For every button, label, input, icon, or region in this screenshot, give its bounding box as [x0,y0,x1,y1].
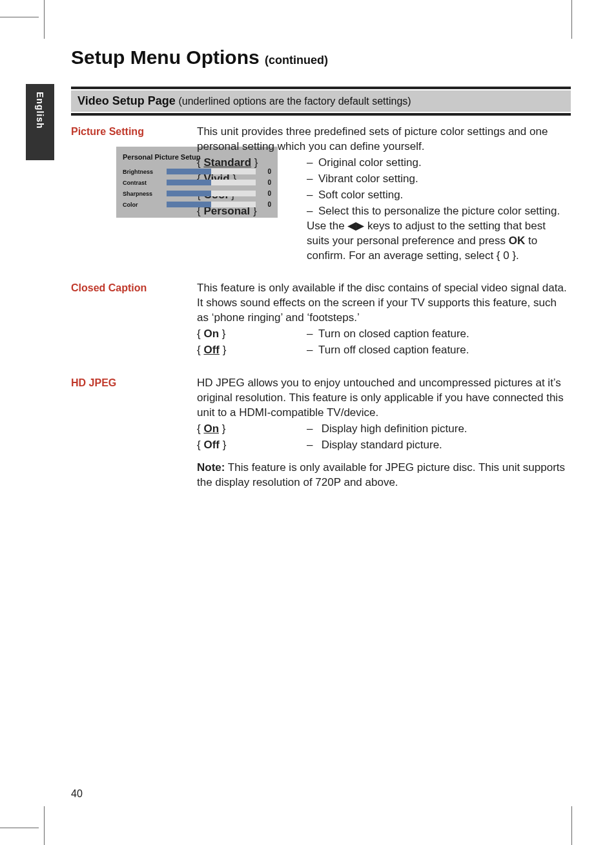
row-picture-setting: Picture Setting Personal Picture Setup B… [71,125,571,263]
slider-label: Color [123,202,167,208]
option-name: Off [203,344,220,356]
option-desc-text: Display standard picture. [322,439,442,451]
content-body: Picture Setting Personal Picture Setup B… [71,125,571,490]
option-desc-text: Vibrant color setting. [318,172,418,185]
row-closed-caption: Closed Caption This feature is only avai… [71,281,571,358]
option-desc: – Display standard picture. [307,438,571,453]
option-desc: –Original color setting. [307,156,571,171]
option-key: { On } [197,327,307,342]
slider-label: Brightness [123,169,167,175]
page-content: Setup Menu Options (continued) Video Set… [0,0,616,845]
title-continued: (continued) [265,54,328,67]
section-header-title: Video Setup Page [77,94,176,107]
slider-bar [167,202,256,207]
option-key: { Off } [197,343,307,358]
section-header-note: (underlined options are the factory defa… [178,96,411,107]
option-desc: –Turn on closed caption feature. [307,327,571,342]
slider-label: Sharpness [123,191,167,197]
label-hd-jpeg: HD JPEG [71,376,197,389]
ok-label: OK [509,235,526,247]
label-picture-setting: Picture Setting Personal Picture Setup B… [71,125,197,218]
option-hdjpeg-off: { Off } – Display standard picture. [197,438,571,453]
option-key: { On } [197,422,307,437]
page-number: 40 [71,788,83,800]
option-personal: { Personal } –Select this to personalize… [197,204,571,264]
option-desc: –Turn off closed caption feature. [307,343,571,358]
option-name: On [203,422,219,435]
intro-text: This unit provides three predefined sets… [197,125,571,154]
slider-bar [167,169,256,174]
right-arrow-icon: ▶ [356,220,364,232]
option-desc-text: Display high definition picture. [322,422,467,435]
option-desc: –Select this to personalize the picture … [307,204,571,264]
rule-top [71,87,571,89]
option-desc-text: Turn off closed caption feature. [318,344,469,356]
label-closed-caption: Closed Caption [71,281,197,294]
slider-bar [167,180,256,185]
option-hdjpeg-on: { On } – Display high definition picture… [197,422,571,437]
slider-bar [167,191,256,196]
title-main: Setup Menu Options [71,47,260,68]
hd-jpeg-note: Note: This feature is only available for… [197,461,571,490]
option-cc-off: { Off } –Turn off closed caption feature… [197,343,571,358]
option-desc: –Soft color setting. [307,188,571,203]
row-hd-jpeg: HD JPEG HD JPEG allows you to enjoy unto… [71,376,571,490]
option-desc: –Vibrant color setting. [307,172,571,187]
label-text: Picture Setting [71,126,197,138]
intro-text: HD JPEG allows you to enjoy untouched an… [197,376,571,421]
option-desc-text: Original color setting. [318,156,422,169]
option-desc-text: Turn on closed caption feature. [318,328,469,340]
section-header: Video Setup Page (underlined options are… [71,90,571,112]
rule-bottom [71,113,571,116]
page-title: Setup Menu Options (continued) [71,47,571,68]
body-closed-caption: This feature is only available if the di… [197,281,571,358]
option-name: On [203,328,219,340]
slider-label: Contrast [123,180,167,186]
intro-text: This feature is only available if the di… [197,281,571,326]
note-text: This feature is only available for JPEG … [197,461,565,488]
option-desc: – Display high definition picture. [307,422,571,437]
option-name: Off [203,439,220,451]
option-key: { Off } [197,438,307,453]
body-hd-jpeg: HD JPEG allows you to enjoy untouched an… [197,376,571,490]
left-arrow-icon: ◀ [347,220,356,232]
option-desc-text: Soft color setting. [318,189,403,201]
option-cc-on: { On } –Turn on closed caption feature. [197,327,571,342]
note-label: Note: [197,461,225,474]
option-name: Standard [203,156,251,169]
